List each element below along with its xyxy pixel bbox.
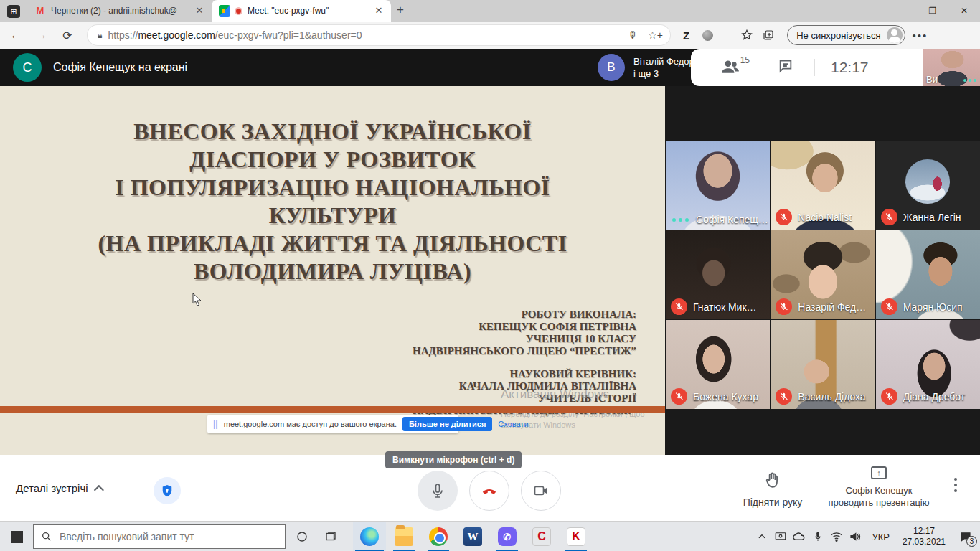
participant-tile[interactable]: Марян Юсип — [876, 230, 980, 319]
cast-icon[interactable] — [771, 522, 790, 551]
cortana-button[interactable] — [288, 522, 316, 551]
new-tab-button[interactable]: + — [397, 3, 404, 17]
collections-icon[interactable] — [760, 27, 777, 44]
divider — [725, 29, 725, 42]
close-tab-icon[interactable]: ✕ — [193, 4, 206, 17]
taskbar-app-edge[interactable] — [353, 522, 386, 551]
taskbar-clock[interactable]: 12:17 27.03.2021 — [897, 526, 951, 547]
meeting-details-button[interactable]: Деталі зустрічі — [16, 482, 104, 494]
participant-name: Божена Кухар — [693, 391, 758, 402]
taskbar-date: 27.03.2021 — [903, 537, 946, 547]
restore-button[interactable]: ❐ — [917, 0, 948, 22]
tab-gmail[interactable]: M Чернетки (2) - andrii.mishchuk@ ✕ — [27, 0, 212, 22]
meet-header: C Софія Кепещук на екрані B Віталій Федо… — [0, 49, 980, 86]
voice-search-icon[interactable]: 🎙︎ — [628, 29, 638, 41]
speaking-indicator-icon — [672, 218, 689, 222]
volume-icon[interactable] — [846, 522, 864, 551]
start-button[interactable] — [0, 522, 33, 551]
refresh-button[interactable]: ⟳ — [57, 25, 77, 45]
participant-tile[interactable]: Божена Кухар — [666, 320, 770, 409]
mouse-cursor — [192, 293, 202, 307]
back-button[interactable]: ← — [6, 25, 26, 45]
task-view-icon — [324, 530, 337, 543]
forward-button[interactable]: → — [32, 25, 52, 45]
url-text: https://meet.google.com/euc-pxgv-fwu?pli… — [108, 29, 622, 41]
participants-count: 15 — [740, 55, 750, 65]
participant-name: Назарій Фед… — [798, 301, 866, 313]
selfview-menu-icon[interactable] — [963, 79, 976, 82]
participant-tile[interactable]: Софія Кепещ… — [666, 141, 770, 230]
extension-z-icon[interactable]: Z — [683, 29, 689, 42]
address-bar[interactable]: 🔒︎ https://meet.google.com/euc-pxgv-fwu?… — [88, 25, 670, 45]
leave-call-button[interactable] — [469, 471, 509, 511]
windows-logo-icon — [11, 531, 23, 543]
minimize-button[interactable]: — — [885, 0, 917, 22]
participant-tile[interactable]: Гнатюк Мик… — [666, 230, 770, 319]
taskbar-app-file-explorer[interactable] — [387, 522, 420, 551]
presenter-avatar: C — [13, 53, 42, 82]
taskbar-search[interactable] — [33, 524, 286, 549]
search-icon — [41, 531, 52, 542]
participant-name: Марян Юсип — [903, 301, 963, 313]
stop-sharing-button[interactable]: Більше не ділитися — [402, 417, 492, 431]
action-center-button[interactable]: 3 — [951, 522, 980, 551]
browser-toolbar: ← → ⟳ 🔒︎ https://meet.google.com/euc-pxg… — [0, 22, 980, 49]
task-view-button[interactable] — [317, 522, 344, 551]
add-favorite-icon[interactable]: ☆+ — [648, 29, 663, 41]
close-tab-icon[interactable]: ✕ — [372, 4, 385, 17]
raise-hand-button[interactable]: Підняти руку — [740, 471, 805, 508]
taskbar-app-k[interactable]: K — [560, 522, 593, 551]
tab-title: Meet: "euc-pxgv-fwu" — [248, 6, 368, 16]
participant-name: Діана Дребот — [903, 391, 966, 402]
avatar — [905, 159, 950, 204]
meeting-details-label: Деталі зустрічі — [16, 482, 88, 494]
mic-muted-icon — [881, 388, 897, 405]
presenting-banner-text: Софія Кепещук на екрані — [53, 61, 187, 74]
avatar — [887, 27, 903, 43]
camera-button[interactable] — [521, 471, 561, 511]
more-options-icon[interactable] — [954, 478, 957, 492]
tab-meet[interactable]: Meet: "euc-pxgv-fwu" ✕ — [212, 0, 391, 22]
participant-name: Василь Дідоха — [798, 391, 865, 402]
participant-tile[interactable]: Жанна Легін — [876, 141, 980, 230]
participant-tile[interactable]: Діана Дребот — [876, 320, 980, 409]
presentation-status[interactable]: ↑ Софія Кепещук проводить презентацію — [825, 466, 933, 508]
wifi-icon[interactable] — [827, 522, 846, 551]
taskbar-app-viber[interactable]: ✆ — [491, 522, 524, 551]
browser-tab-strip: ⊞ M Чернетки (2) - andrii.mishchuk@ ✕ Me… — [0, 0, 980, 22]
taskbar-app-word[interactable]: W — [456, 522, 489, 551]
participant-tile[interactable]: Назарій Фед… — [771, 230, 875, 319]
meeting-safety-button[interactable] — [154, 477, 181, 504]
camera-icon — [532, 482, 550, 499]
onedrive-icon[interactable] — [790, 522, 809, 551]
system-tray: УКР 12:17 27.03.2021 3 — [753, 522, 980, 551]
close-window-button[interactable]: ✕ — [948, 0, 980, 22]
pinned-participant[interactable]: B Віталій Федорук і ще 3 — [598, 54, 703, 81]
extension-icon[interactable] — [702, 30, 713, 41]
selfview-tile[interactable]: Ви — [923, 49, 980, 88]
search-input[interactable] — [60, 531, 260, 542]
chat-button[interactable] — [777, 58, 794, 77]
notification-count-badge: 3 — [966, 536, 977, 547]
microphone-tray-icon[interactable] — [809, 522, 827, 551]
gmail-icon: M — [34, 5, 46, 17]
taskbar-app-chrome[interactable] — [422, 522, 455, 551]
browser-menu-icon[interactable]: ••• — [913, 29, 928, 42]
present-screen-icon: ↑ — [871, 466, 887, 479]
sync-status: Не синхронізується — [796, 30, 880, 41]
slide-title: ВНЕСОК ЗАХІДНОЇ УКРАЇНСЬКОЇ ДІАСПОРИ У Р… — [0, 118, 665, 286]
taskbar-app-red[interactable]: C — [525, 522, 558, 551]
hide-notice-link[interactable]: Сховати — [498, 420, 528, 428]
hidden-icons-chevron[interactable] — [753, 522, 771, 551]
workspaces-icon[interactable]: ⊞ — [7, 5, 20, 18]
profile-button[interactable]: Не синхронізується — [787, 25, 905, 45]
participant-tile[interactable]: Nacio Nalist — [771, 141, 875, 230]
participants-button[interactable]: 15 — [721, 58, 740, 77]
favorites-icon[interactable] — [738, 27, 755, 44]
mic-muted-icon — [881, 298, 897, 315]
meet-icon — [219, 5, 230, 17]
participants-panel: Софія Кепещ… Nacio Nalist Жанна Легін Гн… — [665, 86, 980, 455]
participant-tile[interactable]: Василь Дідоха — [771, 320, 875, 409]
language-indicator[interactable]: УКР — [864, 532, 897, 542]
mute-mic-button[interactable] — [418, 471, 458, 511]
